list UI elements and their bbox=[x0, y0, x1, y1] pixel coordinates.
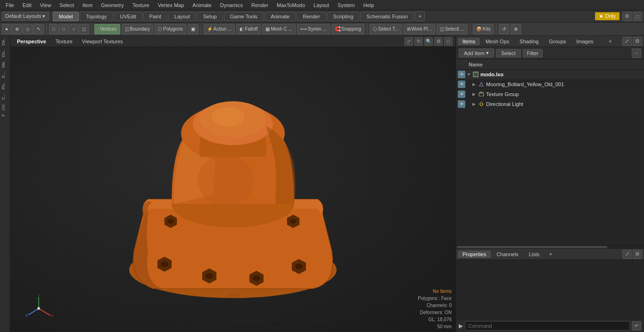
vp-zoom-icon[interactable]: 🔍 bbox=[424, 37, 433, 46]
select-tool-btn[interactable]: ⬡ Select T... bbox=[370, 24, 402, 34]
sidebar-item-po[interactable]: Po.. bbox=[0, 80, 10, 91]
tab-topology[interactable]: Topology bbox=[80, 12, 113, 21]
toggle-select-mode[interactable]: ↖ bbox=[33, 24, 44, 34]
layout-maximize-icon[interactable]: □ bbox=[633, 12, 642, 21]
items-filter-button[interactable]: Filter bbox=[523, 49, 543, 57]
layout-dropdown[interactable]: Default Layouts ▾ bbox=[2, 12, 49, 21]
menu-animate[interactable]: Animate bbox=[189, 1, 215, 9]
tab-uvedit[interactable]: UVEdit bbox=[114, 12, 142, 21]
star-only-button[interactable]: ★ Only bbox=[595, 12, 619, 20]
polygons-btn[interactable]: ⬡ Polygons bbox=[155, 24, 186, 34]
list-item[interactable]: 👁 ▶ Mooring_Bollard_Yellow_Old_001 bbox=[456, 80, 644, 89]
menu-file[interactable]: File bbox=[2, 1, 18, 9]
vp-settings-icon[interactable]: ⚙ bbox=[434, 37, 443, 46]
sidebar-item-c[interactable]: C... bbox=[0, 91, 10, 102]
tab-items[interactable]: Items bbox=[458, 38, 480, 45]
add-panel-tab-button[interactable]: + bbox=[606, 38, 614, 45]
menu-view[interactable]: View bbox=[36, 1, 55, 9]
add-properties-tab-button[interactable]: + bbox=[549, 251, 553, 258]
tab-animate[interactable]: Animate bbox=[264, 12, 296, 21]
properties-expand-icon[interactable]: ⤢ bbox=[622, 250, 632, 259]
falloff-btn[interactable]: ◐ Falloff bbox=[236, 24, 261, 34]
menu-select[interactable]: Select bbox=[56, 1, 78, 9]
viewport[interactable]: Perspective Texture Viewport Textures ⤢ … bbox=[10, 36, 455, 332]
sidebar-item-uv[interactable]: UV. bbox=[0, 102, 10, 112]
list-item[interactable]: 👁 ▶ Texture Group bbox=[456, 89, 644, 99]
vp-tab-viewport-textures[interactable]: Viewport Textures bbox=[78, 38, 127, 45]
snapping-btn[interactable]: 🧲 Snapping bbox=[331, 24, 364, 34]
properties-settings-icon[interactable]: ⚙ bbox=[633, 250, 642, 259]
menu-layout[interactable]: Layout bbox=[310, 1, 333, 9]
vp-maximize-icon[interactable]: □ bbox=[444, 37, 453, 46]
tab-schematicfusion[interactable]: Schematic Fusion bbox=[360, 12, 413, 21]
tab-paint[interactable]: Paint bbox=[143, 12, 167, 21]
menu-render[interactable]: Render bbox=[248, 1, 272, 9]
item-visibility-eye[interactable]: 👁 bbox=[458, 71, 465, 78]
panel-expand-icon[interactable]: ⤢ bbox=[622, 37, 632, 46]
selection-btn[interactable]: ◫ Selecti ... bbox=[437, 24, 468, 34]
item-visibility-eye[interactable]: 👁 bbox=[458, 90, 465, 98]
vp-rotate-icon[interactable]: ↻ bbox=[414, 37, 423, 46]
transform-btn-1[interactable]: □ bbox=[49, 24, 58, 34]
mesh-component-btn[interactable]: ▦ Mesh C ... bbox=[262, 24, 296, 34]
item-visibility-eye[interactable]: 👁 bbox=[458, 81, 465, 88]
menu-help[interactable]: Help bbox=[360, 1, 378, 9]
tab-images[interactable]: Images bbox=[572, 38, 598, 45]
tab-layout[interactable]: Layout bbox=[168, 12, 196, 21]
menu-texture[interactable]: Texture bbox=[129, 1, 153, 9]
menu-dynamics[interactable]: Dynamics bbox=[216, 1, 247, 9]
transform-btn-3[interactable]: ○ bbox=[69, 24, 78, 34]
menu-item[interactable]: Item bbox=[79, 1, 96, 9]
tab-lists[interactable]: Lists bbox=[524, 251, 545, 258]
tab-model[interactable]: Model bbox=[53, 12, 79, 21]
sidebar-item-me[interactable]: Me. bbox=[0, 59, 10, 70]
toggle-snapping[interactable]: ● bbox=[2, 24, 11, 34]
items-list[interactable]: 👁 ▼ modo.lxo 👁 ▶ Mooring_Bollard_Yellow_ bbox=[456, 70, 644, 245]
item-expand-arrow[interactable]: ▶ bbox=[472, 92, 478, 97]
menu-edit[interactable]: Edit bbox=[19, 1, 35, 9]
menu-maxtomodo[interactable]: MaxToModo bbox=[273, 1, 309, 9]
toggle-grid[interactable]: ⊕ bbox=[12, 24, 22, 34]
panel-settings-icon[interactable]: ⚙ bbox=[633, 37, 642, 46]
command-arrow-icon[interactable]: ▶ bbox=[459, 323, 463, 329]
list-item[interactable]: 👁 ▼ modo.lxo bbox=[456, 70, 644, 80]
vp-tab-texture[interactable]: Texture bbox=[52, 38, 76, 45]
tab-mesh-ops[interactable]: Mesh Ops bbox=[481, 38, 514, 45]
viewport-add-btn[interactable]: ⊕ bbox=[511, 24, 521, 34]
menu-vertexmap[interactable]: Vertex Map bbox=[154, 1, 188, 9]
tab-properties[interactable]: Properties bbox=[458, 251, 491, 258]
select-mode-btn[interactable]: ▣ bbox=[188, 24, 198, 34]
menu-geometry[interactable]: Geometry bbox=[97, 1, 127, 9]
items-minus-icon[interactable]: − bbox=[632, 49, 641, 58]
scene-canvas[interactable]: 1017 No Items Polygons : Face Channels: … bbox=[10, 47, 455, 332]
action-btn[interactable]: ⚡ Action ... bbox=[204, 24, 235, 34]
tab-render[interactable]: Render bbox=[297, 12, 326, 21]
sidebar-item-e[interactable]: E... bbox=[0, 70, 10, 80]
sidebar-item-f[interactable]: F bbox=[0, 112, 10, 119]
vertices-btn[interactable]: · Vertices bbox=[94, 24, 120, 34]
items-select-button[interactable]: Select bbox=[496, 49, 521, 57]
add-item-button[interactable]: Add Item ▾ bbox=[459, 49, 494, 57]
sidebar-item-du[interactable]: Du.. bbox=[0, 48, 10, 59]
vp-move-icon[interactable]: ⤢ bbox=[405, 37, 413, 46]
workplane-btn[interactable]: ⊞ Work Pl... bbox=[404, 24, 435, 34]
add-tab-button[interactable]: + bbox=[415, 11, 425, 21]
item-visibility-eye[interactable]: 👁 bbox=[458, 100, 465, 108]
tab-setup[interactable]: Setup bbox=[197, 12, 223, 21]
toggle-bezier[interactable]: ◇ bbox=[23, 24, 33, 34]
symmetry-btn[interactable]: ⟺ Symm ... bbox=[297, 24, 330, 34]
item-expand-arrow[interactable]: ▶ bbox=[472, 82, 478, 87]
command-submit-button[interactable]: ↵ bbox=[632, 321, 641, 331]
item-expand-arrow[interactable]: ▼ bbox=[467, 72, 472, 77]
kits-btn[interactable]: 📦 Kits bbox=[473, 24, 494, 34]
transform-btn-2[interactable]: □ bbox=[59, 24, 68, 34]
transform-btn-4[interactable]: ◻ bbox=[79, 24, 89, 34]
rotate-btn[interactable]: ↺ bbox=[499, 24, 509, 34]
tab-gametools[interactable]: Game Tools bbox=[224, 12, 264, 21]
sidebar-item-de[interactable]: De.. bbox=[0, 36, 10, 48]
tab-channels[interactable]: Channels bbox=[492, 251, 523, 258]
item-expand-arrow[interactable]: ▶ bbox=[472, 102, 478, 106]
tab-groups[interactable]: Groups bbox=[544, 38, 570, 45]
tab-shading[interactable]: Shading bbox=[515, 38, 543, 45]
command-input[interactable] bbox=[465, 321, 630, 331]
